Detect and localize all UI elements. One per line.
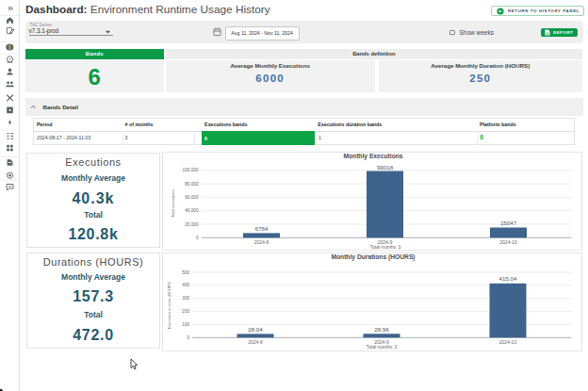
- svg-text:80,000: 80,000: [185, 182, 199, 187]
- svg-text:28.04: 28.04: [248, 326, 263, 333]
- svg-text:400: 400: [182, 283, 189, 287]
- svg-text:Total months: 3: Total months: 3: [370, 245, 401, 250]
- svg-text:Monthly Executions: Monthly Executions: [343, 153, 402, 160]
- svg-text:415.04: 415.04: [499, 274, 517, 281]
- svg-text:0: 0: [196, 236, 199, 240]
- svg-text:Total months: 3: Total months: 3: [367, 344, 398, 349]
- svg-text:300: 300: [182, 296, 189, 301]
- svg-text:20,000: 20,000: [185, 222, 199, 227]
- svg-text:28.96: 28.96: [374, 326, 389, 333]
- svg-text:0: 0: [187, 334, 189, 339]
- svg-text:99018: 99018: [377, 164, 394, 171]
- svg-text:2024-10: 2024-10: [499, 339, 517, 345]
- svg-text:6784: 6784: [255, 225, 269, 232]
- svg-text:2024-8: 2024-8: [254, 239, 270, 245]
- svg-text:500: 500: [182, 269, 189, 274]
- svg-text:200: 200: [182, 309, 189, 314]
- svg-text:100,000: 100,000: [183, 168, 199, 172]
- svg-text:Executions duration (HOURS): Executions duration (HOURS): [168, 280, 172, 328]
- svg-text:40,000: 40,000: [185, 208, 199, 213]
- svg-text:2024-8: 2024-8: [248, 339, 263, 345]
- svg-text:Monthly Durations (HOURS): Monthly Durations (HOURS): [331, 253, 415, 261]
- svg-text:Total executions: Total executions: [171, 189, 175, 218]
- svg-text:2024-10: 2024-10: [499, 239, 517, 245]
- svg-text:100: 100: [182, 321, 189, 326]
- svg-text:60,000: 60,000: [185, 195, 199, 200]
- svg-text:15047: 15047: [500, 220, 517, 226]
